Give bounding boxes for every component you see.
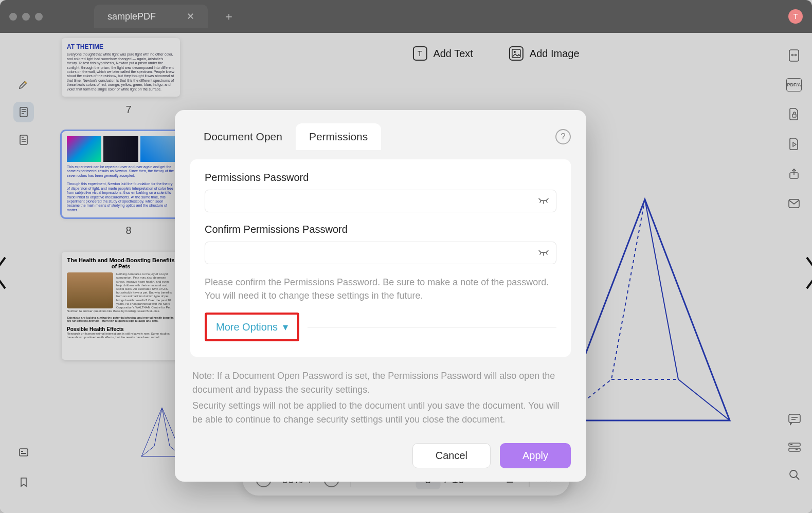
confirm-hint: Please confirm the Permissions Password.…	[205, 276, 556, 302]
apply-button[interactable]: Apply	[500, 443, 571, 468]
triangle-down-icon: ▾	[283, 321, 288, 333]
content-area: AT THETIME everyone thought that white l…	[0, 33, 812, 513]
cancel-button[interactable]: Cancel	[412, 443, 491, 468]
permissions-password-label: Permissions Password	[205, 172, 556, 184]
permissions-panel: Permissions Password Confirm Permissions…	[190, 159, 571, 357]
tab-title: samplePDF	[107, 11, 156, 22]
security-note-2: Security settings will not be applied to…	[192, 399, 569, 427]
minimize-window-icon[interactable]	[22, 13, 30, 21]
toggle-visibility-icon[interactable]	[538, 197, 549, 205]
help-button[interactable]: ?	[555, 129, 571, 144]
next-overlay-button[interactable]	[802, 255, 812, 291]
tab-permissions[interactable]: Permissions	[296, 123, 381, 150]
dialog-tabs: Document Open Permissions ?	[190, 123, 571, 150]
security-dialog: Document Open Permissions ? Permissions …	[175, 110, 586, 482]
app-window: samplePDF ✕ ＋ T	[0, 0, 812, 513]
tab-document-open[interactable]: Document Open	[190, 123, 296, 150]
confirm-password-input[interactable]	[205, 242, 556, 264]
toggle-visibility-icon[interactable]	[538, 249, 549, 256]
security-note-1: Note: If a Document Open Password is set…	[192, 369, 569, 397]
maximize-window-icon[interactable]	[35, 13, 43, 21]
prev-overlay-button[interactable]	[0, 255, 10, 291]
titlebar: samplePDF ✕ ＋ T	[0, 0, 812, 33]
document-tab[interactable]: samplePDF ✕	[94, 5, 208, 28]
avatar[interactable]: T	[788, 9, 803, 24]
chevron-right-icon	[802, 255, 812, 291]
permissions-password-input[interactable]	[205, 190, 556, 212]
confirm-password-label: Confirm Permissions Password	[205, 224, 556, 235]
dialog-actions: Cancel Apply	[190, 443, 571, 468]
chevron-left-icon	[0, 255, 10, 291]
new-tab-button[interactable]: ＋	[223, 9, 234, 24]
close-window-icon[interactable]	[9, 13, 17, 21]
traffic-lights	[9, 13, 43, 21]
close-tab-icon[interactable]: ✕	[187, 11, 194, 22]
more-options-toggle[interactable]: More Options ▾	[207, 315, 297, 339]
